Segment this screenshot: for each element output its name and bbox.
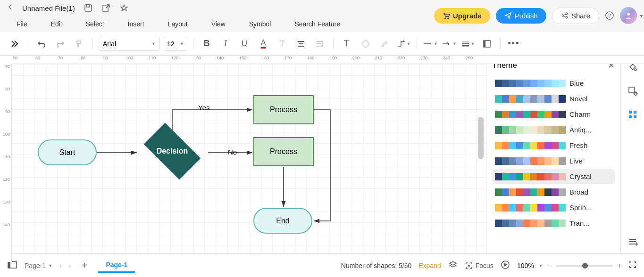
theme-name: Live: [569, 157, 602, 165]
line-spacing-icon[interactable]: [312, 36, 327, 51]
layers-icon[interactable]: [448, 260, 458, 271]
zoom-value[interactable]: 100%: [517, 262, 534, 269]
next-page-icon[interactable]: ›: [69, 262, 71, 269]
play-icon[interactable]: [501, 260, 510, 271]
user-avatar[interactable]: [620, 7, 637, 24]
font-size-select[interactable]: 12▼: [164, 37, 187, 51]
arrow-style-icon[interactable]: ▼: [442, 36, 457, 51]
export-icon[interactable]: [101, 3, 111, 13]
star-icon[interactable]: [119, 3, 129, 13]
menu-layout[interactable]: Layout: [168, 20, 188, 28]
strikethrough-icon[interactable]: T: [275, 36, 290, 51]
position-icon[interactable]: [479, 36, 494, 51]
line-style-icon[interactable]: ▼: [423, 36, 438, 51]
publish-button[interactable]: Publish: [496, 8, 546, 24]
menu-symbol[interactable]: Symbol: [249, 20, 271, 28]
italic-icon[interactable]: I: [218, 36, 233, 51]
svg-point-20: [468, 265, 470, 267]
fill-icon[interactable]: [358, 36, 373, 51]
menu-insert[interactable]: Insert: [128, 20, 144, 28]
chevron-down-icon: ▼: [151, 41, 156, 46]
format-painter-icon[interactable]: [72, 36, 87, 51]
list-icon[interactable]: [626, 235, 640, 249]
redo-icon[interactable]: [53, 36, 68, 51]
page-select[interactable]: Page-1 ▼: [25, 262, 52, 269]
font-select[interactable]: Arial▼: [99, 37, 160, 51]
theme-swatch: [495, 126, 566, 134]
theme-swatch: [495, 220, 566, 227]
no-label: No: [228, 148, 237, 156]
help-icon[interactable]: ?: [605, 11, 614, 20]
text-color-icon[interactable]: A: [256, 36, 271, 51]
expand-link[interactable]: Expand: [418, 262, 441, 269]
upgrade-label: Upgrade: [453, 12, 482, 20]
theme-item[interactable]: Novel: [492, 91, 615, 106]
highlight-icon[interactable]: [377, 36, 392, 51]
back-button[interactable]: [7, 4, 14, 12]
save-icon[interactable]: [84, 3, 93, 13]
zoom-in-icon[interactable]: +: [618, 262, 621, 269]
share-button[interactable]: Share: [552, 8, 599, 24]
share-icon: [561, 12, 569, 19]
align-icon[interactable]: [293, 36, 309, 51]
settings-icon[interactable]: [626, 84, 640, 98]
menu-file[interactable]: File: [17, 20, 27, 28]
line-weight-icon[interactable]: ▼: [460, 36, 476, 51]
expand-panel-icon[interactable]: [7, 36, 22, 51]
start-node[interactable]: Start: [38, 139, 97, 165]
undo-icon[interactable]: [34, 36, 49, 51]
menu-search[interactable]: Search Feature: [294, 20, 340, 28]
theme-swatch: [495, 204, 566, 212]
upgrade-button[interactable]: Upgrade: [434, 8, 490, 24]
svg-rect-14: [629, 111, 632, 114]
zoom-slider[interactable]: [556, 265, 613, 267]
canvas[interactable]: Start Decision Process Process End Yes N…: [12, 64, 486, 253]
end-node[interactable]: End: [253, 208, 312, 234]
svg-rect-2: [103, 5, 108, 11]
svg-rect-9: [362, 40, 370, 48]
cart-icon: [443, 12, 450, 19]
theme-name: Sprin...: [569, 204, 602, 212]
menu-edit[interactable]: Edit: [51, 20, 62, 28]
add-page-button[interactable]: +: [78, 259, 91, 272]
text-tool-icon[interactable]: T: [339, 36, 354, 51]
theme-swatch: [495, 173, 566, 180]
svg-rect-11: [484, 41, 485, 47]
theme-swatch: [495, 157, 566, 165]
file-name: Unnamed File(1): [22, 4, 75, 12]
bold-icon[interactable]: B: [199, 36, 214, 51]
theme-item[interactable]: Broad: [492, 184, 615, 200]
theme-swatch: [495, 142, 566, 149]
yes-label: Yes: [198, 104, 209, 112]
process-node-2[interactable]: Process: [253, 137, 314, 166]
theme-item[interactable]: Live: [492, 153, 615, 169]
vertical-scrollbar[interactable]: [478, 117, 484, 159]
focus-button[interactable]: Focus: [465, 261, 493, 270]
theme-item[interactable]: Sprin...: [492, 200, 615, 215]
theme-item[interactable]: Fresh: [492, 138, 615, 153]
svg-point-13: [634, 92, 637, 95]
underline-icon[interactable]: U: [237, 36, 252, 51]
process-node-1[interactable]: Process: [253, 95, 314, 124]
theme-item[interactable]: Crystal: [492, 169, 615, 184]
panel-toggle-icon[interactable]: [7, 261, 17, 270]
theme-item[interactable]: Antiq...: [492, 122, 615, 138]
theme-item[interactable]: Blue: [492, 75, 615, 91]
zoom-out-icon[interactable]: −: [548, 262, 552, 269]
prev-page-icon[interactable]: ‹: [59, 262, 62, 269]
connector-icon[interactable]: ▼: [396, 36, 411, 51]
theme-item[interactable]: Tran...: [492, 215, 615, 231]
theme-item[interactable]: Charm: [492, 106, 615, 122]
decision-node[interactable]: Decision: [137, 130, 208, 172]
fullscreen-icon[interactable]: [628, 261, 637, 270]
menu-select[interactable]: Select: [86, 20, 104, 28]
menu-view[interactable]: View: [211, 20, 226, 28]
apps-icon[interactable]: [626, 107, 640, 122]
theme-name: Novel: [569, 95, 602, 103]
more-icon[interactable]: •••: [506, 36, 521, 51]
page-tab[interactable]: Page-1: [98, 258, 135, 273]
theme-name: Antiq...: [569, 126, 602, 134]
svg-rect-1: [86, 5, 90, 7]
theme-panel: Theme ✕ BlueNovelCharmAntiq...FreshLiveC…: [486, 56, 620, 253]
share-label: Share: [571, 12, 590, 20]
